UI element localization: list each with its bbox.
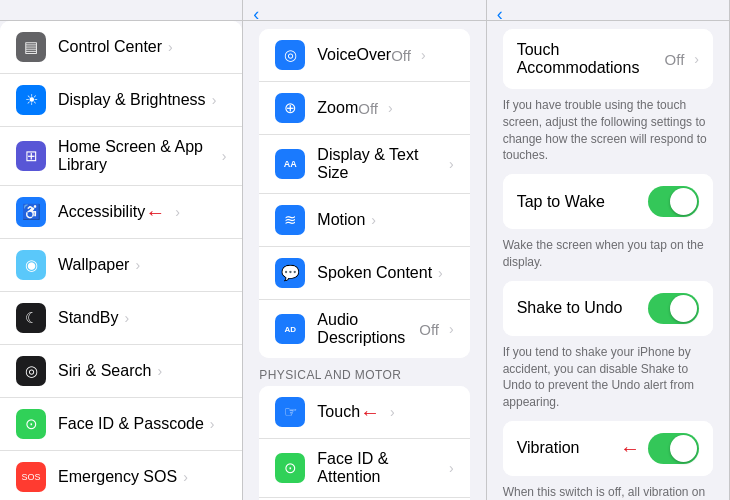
standby-label: StandBy: [58, 309, 118, 327]
control-center-icon: ▤: [16, 32, 46, 62]
standby-icon: ☾: [16, 303, 46, 333]
accessibility-item-zoom[interactable]: ⊕ZoomOff›: [259, 82, 469, 135]
chevron-right-icon: ›: [222, 148, 227, 164]
setting-unit-shake-to-undo: Shake to UndoIf you tend to shake your i…: [487, 281, 729, 411]
home-screen-label: Home Screen & App Library: [58, 138, 216, 174]
home-screen-icon: ⊞: [16, 141, 46, 171]
touch-column: ‹ Touch AccommodationsOff›If you have tr…: [487, 0, 730, 500]
chevron-right-icon: ›: [212, 92, 217, 108]
touch-icon: ☞: [275, 397, 305, 427]
audio-desc-icon: AD: [275, 314, 305, 344]
touch-settings-content: Touch AccommodationsOff›If you have trou…: [487, 21, 729, 500]
accessibility-back-button[interactable]: ‹: [497, 5, 507, 23]
tap-to-wake-toggle[interactable]: [648, 186, 699, 217]
section-list: ☞Touch←›⊙Face ID & Attention›⊞Switch Con…: [259, 386, 469, 500]
wallpaper-icon: ◉: [16, 250, 46, 280]
chevron-right-icon: ›: [183, 469, 188, 485]
setting-group-tap-to-wake: Tap to Wake: [503, 174, 713, 229]
touch-label: Touch: [317, 403, 360, 421]
vibration-toggle-knob: [670, 435, 697, 462]
accessibility-annotation-arrow: ←: [145, 201, 165, 224]
chevron-right-icon: ›: [438, 265, 443, 281]
settings-back-button[interactable]: ‹: [253, 5, 263, 23]
chevron-right-icon: ›: [390, 404, 395, 420]
control-center-label: Control Center: [58, 38, 162, 56]
sidebar-item-display-brightness[interactable]: ☀Display & Brightness›: [0, 74, 242, 127]
back-chevron-icon: ‹: [497, 5, 503, 23]
tap-to-wake-label: Tap to Wake: [517, 193, 648, 211]
sidebar-item-face-id[interactable]: ⊙Face ID & Passcode›: [0, 398, 242, 451]
chevron-right-icon: ›: [175, 204, 180, 220]
zoom-icon: ⊕: [275, 93, 305, 123]
sidebar-item-standby[interactable]: ☾StandBy›: [0, 292, 242, 345]
setting-unit-vibration: Vibration←When this switch is off, all v…: [487, 421, 729, 500]
setting-row-touch-accommodations[interactable]: Touch AccommodationsOff›: [503, 29, 713, 89]
settings-list: ▤Control Center›☀Display & Brightness›⊞H…: [0, 21, 242, 500]
touch-accommodations-description: If you have trouble using the touch scre…: [503, 97, 713, 164]
emergency-sos-label: Emergency SOS: [58, 468, 177, 486]
face-id-attention-icon: ⊙: [275, 453, 305, 483]
sidebar-item-siri-search[interactable]: ◎Siri & Search›: [0, 345, 242, 398]
section-label: PHYSICAL AND MOTOR: [259, 358, 469, 386]
setting-row-tap-to-wake[interactable]: Tap to Wake: [503, 174, 713, 229]
voiceover-icon: ◎: [275, 40, 305, 70]
setting-group-vibration: Vibration←: [503, 421, 713, 476]
face-id-label: Face ID & Passcode: [58, 415, 204, 433]
accessibility-item-spoken[interactable]: 💬Spoken Content›: [259, 247, 469, 300]
motion-label: Motion: [317, 211, 365, 229]
display-text-label: Display & Text Size: [317, 146, 443, 182]
accessibility-item-motion[interactable]: ≋Motion›: [259, 194, 469, 247]
setting-row-vibration[interactable]: Vibration←: [503, 421, 713, 476]
chevron-right-icon: ›: [168, 39, 173, 55]
accessibility-item-face-id-attention[interactable]: ⊙Face ID & Attention›: [259, 439, 469, 498]
wallpaper-label: Wallpaper: [58, 256, 129, 274]
sidebar-item-accessibility[interactable]: ♿Accessibility←›: [0, 186, 242, 239]
vibration-toggle[interactable]: [648, 433, 699, 464]
setting-row-shake-to-undo[interactable]: Shake to Undo: [503, 281, 713, 336]
chevron-right-icon: ›: [135, 257, 140, 273]
accessibility-column: ‹ ◎VoiceOverOff›⊕ZoomOff›AADisplay & Tex…: [243, 0, 486, 500]
audio-desc-label: Audio Descriptions: [317, 311, 419, 347]
face-id-icon: ⊙: [16, 409, 46, 439]
accessibility-item-voiceover[interactable]: ◎VoiceOverOff›: [259, 29, 469, 82]
setting-group-shake-to-undo: Shake to Undo: [503, 281, 713, 336]
siri-search-label: Siri & Search: [58, 362, 151, 380]
accessibility-header: ‹: [243, 0, 485, 21]
sidebar-item-emergency-sos[interactable]: SOSEmergency SOS›: [0, 451, 242, 500]
touch-accommodations-label: Touch Accommodations: [517, 41, 665, 77]
setting-group-touch-accommodations: Touch AccommodationsOff›: [503, 29, 713, 89]
shake-to-undo-description: If you tend to shake your iPhone by acci…: [503, 344, 713, 411]
vibration-annotation-arrow: ←: [620, 437, 640, 460]
zoom-value: Off: [358, 100, 378, 117]
section-list: ◎VoiceOverOff›⊕ZoomOff›AADisplay & Text …: [259, 29, 469, 358]
settings-header: [0, 0, 242, 21]
sidebar-item-control-center[interactable]: ▤Control Center›: [0, 21, 242, 74]
audio-desc-value: Off: [419, 321, 439, 338]
touch-accommodations-value: Off: [665, 51, 685, 68]
accessibility-section: ◎VoiceOverOff›⊕ZoomOff›AADisplay & Text …: [243, 21, 485, 358]
accessibility-item-display-text[interactable]: AADisplay & Text Size›: [259, 135, 469, 194]
vibration-label: Vibration: [517, 439, 620, 457]
shake-to-undo-label: Shake to Undo: [517, 299, 648, 317]
siri-search-icon: ◎: [16, 356, 46, 386]
chevron-right-icon: ›: [157, 363, 162, 379]
shake-to-undo-toggle[interactable]: [648, 293, 699, 324]
chevron-right-icon: ›: [124, 310, 129, 326]
accessibility-label: Accessibility: [58, 203, 145, 221]
zoom-label: Zoom: [317, 99, 358, 117]
spoken-label: Spoken Content: [317, 264, 432, 282]
chevron-right-icon: ›: [449, 321, 454, 337]
accessibility-item-touch[interactable]: ☞Touch←›: [259, 386, 469, 439]
touch-header: ‹: [487, 0, 729, 21]
spoken-icon: 💬: [275, 258, 305, 288]
setting-unit-touch-accommodations: Touch AccommodationsOff›If you have trou…: [487, 29, 729, 164]
sidebar-item-home-screen[interactable]: ⊞Home Screen & App Library›: [0, 127, 242, 186]
emergency-sos-icon: SOS: [16, 462, 46, 492]
chevron-right-icon: ›: [210, 416, 215, 432]
accessibility-section: PHYSICAL AND MOTOR☞Touch←›⊙Face ID & Att…: [243, 358, 485, 500]
display-brightness-icon: ☀: [16, 85, 46, 115]
chevron-right-icon: ›: [371, 212, 376, 228]
back-chevron-icon: ‹: [253, 5, 259, 23]
sidebar-item-wallpaper[interactable]: ◉Wallpaper›: [0, 239, 242, 292]
accessibility-item-audio-desc[interactable]: ADAudio DescriptionsOff›: [259, 300, 469, 358]
